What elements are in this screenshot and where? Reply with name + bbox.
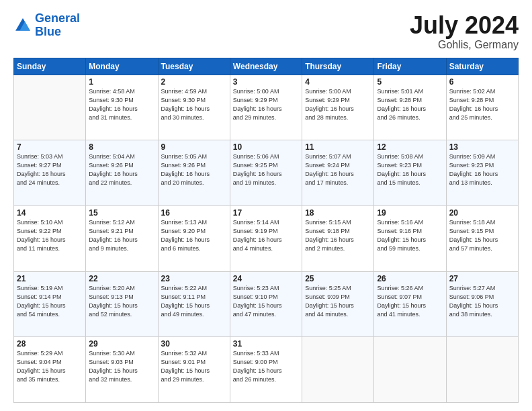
day-number: 4 — [305, 77, 371, 87]
day-info: Sunrise: 5:25 AM Sunset: 9:09 PM Dayligh… — [305, 284, 371, 319]
day-info: Sunrise: 5:27 AM Sunset: 9:06 PM Dayligh… — [449, 284, 515, 319]
calendar-cell — [302, 337, 374, 403]
calendar-week-row: 28Sunrise: 5:29 AM Sunset: 9:04 PM Dayli… — [14, 337, 519, 403]
day-info: Sunrise: 5:05 AM Sunset: 9:26 PM Dayligh… — [161, 152, 227, 187]
day-number: 26 — [377, 274, 443, 283]
calendar-week-row: 14Sunrise: 5:10 AM Sunset: 9:22 PM Dayli… — [14, 205, 519, 271]
header: General Blue July 2024 Gohlis, Germany — [13, 12, 519, 51]
day-number: 21 — [17, 274, 83, 283]
col-header-saturday: Saturday — [446, 58, 518, 75]
day-info: Sunrise: 5:02 AM Sunset: 9:28 PM Dayligh… — [449, 87, 515, 122]
calendar-cell: 30Sunrise: 5:32 AM Sunset: 9:01 PM Dayli… — [158, 337, 230, 403]
day-info: Sunrise: 5:13 AM Sunset: 9:20 PM Dayligh… — [161, 218, 227, 253]
calendar-cell: 10Sunrise: 5:06 AM Sunset: 9:25 PM Dayli… — [230, 140, 302, 206]
calendar-cell: 29Sunrise: 5:30 AM Sunset: 9:03 PM Dayli… — [86, 337, 158, 403]
day-info: Sunrise: 5:15 AM Sunset: 9:18 PM Dayligh… — [305, 218, 371, 253]
day-number: 23 — [161, 274, 227, 283]
calendar-cell: 7Sunrise: 5:03 AM Sunset: 9:27 PM Daylig… — [14, 140, 86, 206]
col-header-monday: Monday — [86, 58, 158, 75]
day-info: Sunrise: 5:33 AM Sunset: 9:00 PM Dayligh… — [233, 349, 299, 384]
day-number: 31 — [233, 339, 299, 349]
day-info: Sunrise: 5:12 AM Sunset: 9:21 PM Dayligh… — [89, 218, 154, 253]
day-info: Sunrise: 5:14 AM Sunset: 9:19 PM Dayligh… — [233, 218, 299, 253]
logo-text-line2: Blue — [35, 26, 80, 39]
calendar-cell: 6Sunrise: 5:02 AM Sunset: 9:28 PM Daylig… — [446, 75, 518, 140]
day-number: 30 — [161, 339, 227, 349]
day-number: 14 — [17, 208, 83, 218]
calendar-cell: 20Sunrise: 5:18 AM Sunset: 9:15 PM Dayli… — [446, 205, 518, 271]
day-info: Sunrise: 5:09 AM Sunset: 9:23 PM Dayligh… — [449, 152, 515, 187]
day-info: Sunrise: 5:19 AM Sunset: 9:14 PM Dayligh… — [17, 284, 83, 319]
logo-icon — [13, 16, 32, 35]
day-number: 19 — [377, 208, 443, 218]
day-info: Sunrise: 5:32 AM Sunset: 9:01 PM Dayligh… — [161, 349, 227, 384]
title-block: July 2024 Gohlis, Germany — [410, 12, 519, 51]
day-number: 13 — [449, 142, 515, 152]
page: General Blue July 2024 Gohlis, Germany S… — [0, 0, 532, 411]
day-number: 5 — [377, 77, 443, 87]
day-info: Sunrise: 5:06 AM Sunset: 9:25 PM Dayligh… — [233, 152, 299, 187]
day-number: 25 — [305, 274, 371, 283]
calendar-cell — [446, 337, 518, 403]
calendar-week-row: 7Sunrise: 5:03 AM Sunset: 9:27 PM Daylig… — [14, 140, 519, 206]
day-info: Sunrise: 5:00 AM Sunset: 9:29 PM Dayligh… — [305, 87, 371, 122]
day-number: 8 — [89, 142, 154, 152]
day-number: 16 — [161, 208, 227, 218]
calendar-table: SundayMondayTuesdayWednesdayThursdayFrid… — [13, 58, 519, 403]
calendar-cell: 27Sunrise: 5:27 AM Sunset: 9:06 PM Dayli… — [446, 271, 518, 337]
day-info: Sunrise: 5:22 AM Sunset: 9:11 PM Dayligh… — [161, 284, 227, 319]
calendar-cell: 9Sunrise: 5:05 AM Sunset: 9:26 PM Daylig… — [158, 140, 230, 206]
day-number: 18 — [305, 208, 371, 218]
day-info: Sunrise: 5:23 AM Sunset: 9:10 PM Dayligh… — [233, 284, 299, 319]
calendar-week-row: 1Sunrise: 4:58 AM Sunset: 9:30 PM Daylig… — [14, 75, 519, 140]
calendar-cell: 22Sunrise: 5:20 AM Sunset: 9:13 PM Dayli… — [86, 271, 158, 337]
day-info: Sunrise: 5:00 AM Sunset: 9:29 PM Dayligh… — [233, 87, 299, 122]
day-info: Sunrise: 5:26 AM Sunset: 9:07 PM Dayligh… — [377, 284, 443, 319]
col-header-thursday: Thursday — [302, 58, 374, 75]
calendar-cell: 28Sunrise: 5:29 AM Sunset: 9:04 PM Dayli… — [14, 337, 86, 403]
day-number: 17 — [233, 208, 299, 218]
day-number: 29 — [89, 339, 154, 349]
calendar-cell: 11Sunrise: 5:07 AM Sunset: 9:24 PM Dayli… — [302, 140, 374, 206]
day-info: Sunrise: 5:18 AM Sunset: 9:15 PM Dayligh… — [449, 218, 515, 253]
day-info: Sunrise: 5:20 AM Sunset: 9:13 PM Dayligh… — [89, 284, 154, 319]
col-header-wednesday: Wednesday — [230, 58, 302, 75]
day-info: Sunrise: 5:07 AM Sunset: 9:24 PM Dayligh… — [305, 152, 371, 187]
calendar-cell: 21Sunrise: 5:19 AM Sunset: 9:14 PM Dayli… — [14, 271, 86, 337]
day-number: 9 — [161, 142, 227, 152]
logo: General Blue — [13, 12, 80, 39]
calendar-cell: 4Sunrise: 5:00 AM Sunset: 9:29 PM Daylig… — [302, 75, 374, 140]
day-info: Sunrise: 4:59 AM Sunset: 9:30 PM Dayligh… — [161, 87, 227, 122]
calendar-cell: 17Sunrise: 5:14 AM Sunset: 9:19 PM Dayli… — [230, 205, 302, 271]
day-number: 1 — [89, 77, 154, 87]
day-number: 3 — [233, 77, 299, 87]
day-info: Sunrise: 5:01 AM Sunset: 9:28 PM Dayligh… — [377, 87, 443, 122]
calendar-week-row: 21Sunrise: 5:19 AM Sunset: 9:14 PM Dayli… — [14, 271, 519, 337]
calendar-cell: 19Sunrise: 5:16 AM Sunset: 9:16 PM Dayli… — [374, 205, 446, 271]
day-number: 11 — [305, 142, 371, 152]
day-info: Sunrise: 5:03 AM Sunset: 9:27 PM Dayligh… — [17, 152, 83, 187]
calendar-cell: 3Sunrise: 5:00 AM Sunset: 9:29 PM Daylig… — [230, 75, 302, 140]
calendar-cell: 16Sunrise: 5:13 AM Sunset: 9:20 PM Dayli… — [158, 205, 230, 271]
logo-text-line1: General — [35, 12, 80, 26]
col-header-friday: Friday — [374, 58, 446, 75]
day-info: Sunrise: 5:04 AM Sunset: 9:26 PM Dayligh… — [89, 152, 154, 187]
calendar-cell: 24Sunrise: 5:23 AM Sunset: 9:10 PM Dayli… — [230, 271, 302, 337]
day-number: 24 — [233, 274, 299, 283]
calendar-cell: 1Sunrise: 4:58 AM Sunset: 9:30 PM Daylig… — [86, 75, 158, 140]
day-info: Sunrise: 5:29 AM Sunset: 9:04 PM Dayligh… — [17, 349, 83, 384]
calendar-cell: 26Sunrise: 5:26 AM Sunset: 9:07 PM Dayli… — [374, 271, 446, 337]
subtitle: Gohlis, Germany — [410, 39, 519, 51]
calendar-cell: 12Sunrise: 5:08 AM Sunset: 9:23 PM Dayli… — [374, 140, 446, 206]
calendar-cell — [374, 337, 446, 403]
calendar-cell: 13Sunrise: 5:09 AM Sunset: 9:23 PM Dayli… — [446, 140, 518, 206]
day-number: 15 — [89, 208, 154, 218]
day-number: 20 — [449, 208, 515, 218]
calendar-cell: 23Sunrise: 5:22 AM Sunset: 9:11 PM Dayli… — [158, 271, 230, 337]
calendar-cell: 15Sunrise: 5:12 AM Sunset: 9:21 PM Dayli… — [86, 205, 158, 271]
calendar-cell — [14, 75, 86, 140]
calendar-cell: 2Sunrise: 4:59 AM Sunset: 9:30 PM Daylig… — [158, 75, 230, 140]
day-number: 6 — [449, 77, 515, 87]
calendar-header-row: SundayMondayTuesdayWednesdayThursdayFrid… — [14, 58, 519, 75]
day-info: Sunrise: 5:16 AM Sunset: 9:16 PM Dayligh… — [377, 218, 443, 253]
